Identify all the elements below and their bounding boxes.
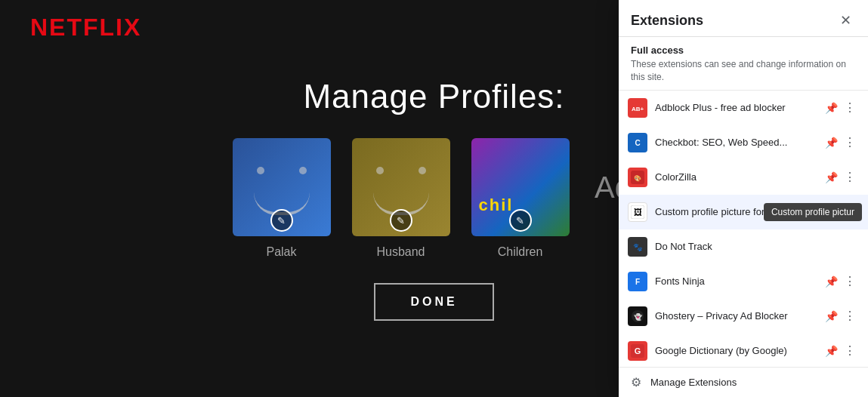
checkbot-more-icon[interactable]: ⋮ [841, 134, 859, 151]
ext-item-checkbot[interactable]: C Checkbot: SEO, Web Speed... 📌 ⋮ [619, 125, 868, 160]
extensions-title: Extensions [631, 13, 703, 29]
adblock-pin-icon: 📌 [825, 102, 838, 114]
svg-text:🖼: 🖼 [634, 208, 642, 217]
googledic-icon: G [628, 341, 647, 361]
adblock-more-icon[interactable]: ⋮ [841, 99, 859, 116]
googledic-more-icon[interactable]: ⋮ [841, 342, 859, 359]
children-label: chil [479, 195, 514, 215]
ext-item-googledic[interactable]: G Google Dictionary (by Google) 📌 ⋮ [619, 334, 868, 367]
ghostery-name: Ghostery – Privacy Ad Blocker [655, 310, 820, 322]
face-dot-right [299, 167, 307, 174]
svg-text:🐾: 🐾 [633, 242, 643, 252]
checkbot-name: Checkbot: SEO, Web Speed... [655, 137, 820, 148]
edit-icon-husband: ✎ [390, 209, 412, 232]
colorzilla-name: ColorZilla [655, 171, 820, 183]
checkbot-pin-icon: 📌 [825, 137, 838, 149]
manage-extensions-label: Manage Extensions [650, 377, 737, 388]
ext-item-fontsninja[interactable]: F Fonts Ninja 📌 ⋮ [619, 264, 868, 299]
ext-item-adblock[interactable]: AB+ Adblock Plus - free ad blocker 📌 ⋮ [619, 91, 868, 125]
adblock-name: Adblock Plus - free ad blocker [655, 102, 820, 113]
fontsninja-icon: F [628, 272, 647, 291]
fontsninja-more-icon[interactable]: ⋮ [841, 272, 859, 290]
colorzilla-icon: 🎨 [628, 168, 647, 187]
ghostery-pin-icon: 📌 [825, 310, 838, 322]
ext-item-donottrack[interactable]: 🐾 Do Not Track [619, 229, 868, 264]
ext-item-custom[interactable]: 🖼 Custom profile picture for Ne... 📌 ⋮ C… [619, 195, 868, 229]
donottrack-icon: 🐾 [628, 237, 647, 257]
svg-text:F: F [635, 278, 640, 286]
profile-item-palak[interactable]: ✎ Palak [233, 138, 331, 259]
done-button[interactable]: DONE [374, 283, 493, 321]
custom-icon: 🖼 [628, 202, 647, 222]
full-access-description: These extensions can see and change info… [631, 58, 856, 84]
ext-item-colorzilla[interactable]: 🎨 ColorZilla 📌 ⋮ [619, 160, 868, 195]
manage-extensions-item[interactable]: ⚙ Manage Extensions [619, 367, 868, 397]
custom-name: Custom profile picture for Ne... [655, 206, 820, 217]
googledic-name: Google Dictionary (by Google) [655, 345, 820, 356]
edit-icon-children: ✎ [509, 209, 532, 232]
profile-item-husband[interactable]: ✎ Husband [352, 138, 450, 259]
ghostery-more-icon[interactable]: ⋮ [841, 307, 859, 325]
face-dot-right-h [419, 167, 426, 174]
fontsninja-name: Fonts Ninja [655, 275, 820, 287]
face-dot-left-h [376, 167, 384, 174]
adblock-icon: AB+ [628, 98, 647, 118]
custom-pin-icon: 📌 [825, 206, 838, 218]
svg-text:G: G [635, 346, 641, 355]
svg-text:🎨: 🎨 [634, 174, 641, 182]
profiles-row: ✎ Palak ✎ Husband chil ✎ Children [233, 138, 636, 259]
svg-text:C: C [635, 139, 640, 147]
extensions-header: Extensions ✕ [619, 0, 868, 37]
extensions-panel: Extensions ✕ Full access These extension… [619, 0, 868, 397]
svg-text:AB+: AB+ [632, 106, 644, 112]
colorzilla-more-icon[interactable]: ⋮ [841, 168, 859, 186]
edit-icon: ✎ [270, 209, 293, 232]
profile-avatar-husband[interactable]: ✎ [352, 138, 450, 236]
page-title: Manage Profiles: [303, 78, 564, 115]
full-access-heading: Full access [631, 45, 856, 56]
profile-name-children: Children [498, 245, 543, 259]
fontsninja-pin-icon: 📌 [825, 275, 838, 288]
colorzilla-pin-icon: 📌 [825, 171, 838, 183]
close-button[interactable]: ✕ [836, 11, 856, 30]
checkbot-icon: C [628, 133, 647, 152]
profile-avatar-children[interactable]: chil ✎ [471, 138, 570, 236]
profile-item-children[interactable]: chil ✎ Children [471, 138, 570, 259]
face-dot-left [257, 167, 264, 174]
full-access-section: Full access These extensions can see and… [619, 37, 868, 91]
googledic-pin-icon: 📌 [825, 345, 838, 357]
profile-name-palak: Palak [266, 245, 296, 259]
ext-item-ghostery[interactable]: 👻 Ghostery – Privacy Ad Blocker 📌 ⋮ [619, 299, 868, 334]
ghostery-icon: 👻 [628, 306, 647, 326]
donottrack-name: Do Not Track [655, 241, 859, 252]
custom-more-icon[interactable]: ⋮ [841, 203, 859, 220]
profile-avatar-palak[interactable]: ✎ [233, 138, 331, 236]
svg-text:👻: 👻 [634, 312, 643, 322]
gear-icon: ⚙ [631, 375, 641, 389]
extensions-list: AB+ Adblock Plus - free ad blocker 📌 ⋮ C… [619, 91, 868, 367]
profile-name-husband: Husband [376, 245, 425, 259]
